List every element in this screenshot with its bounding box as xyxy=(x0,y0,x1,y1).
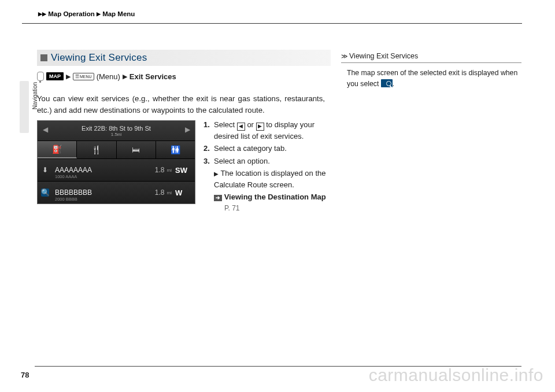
breadcrumb-b: Map Menu xyxy=(102,10,135,17)
sidebar-note: ≫Viewing Exit Services The map screen of… xyxy=(341,52,521,90)
page-number: 78 xyxy=(21,371,29,379)
poi-address: 1000 AAAA xyxy=(55,174,77,179)
xref-icon: ➔ xyxy=(214,195,222,201)
fuel-icon: ⛽ xyxy=(52,145,62,154)
chevron-right-icon: ▶ xyxy=(38,11,42,17)
unit-label: mi xyxy=(167,168,172,173)
fast-forward-icon: ≫ xyxy=(341,53,348,60)
square-bullet-icon xyxy=(40,54,47,61)
heading-text: Viewing Exit Services xyxy=(51,52,147,64)
down-arrow-icon: ⬇ xyxy=(41,166,49,174)
ui-screenshot: ◀ Exit 22B: 8th St to 9th St 1.5mi ▶ ⛽ 🍴… xyxy=(37,120,195,204)
poi-distance: 1.8 xyxy=(155,188,165,197)
xref: ➔ Viewing the Destination Map xyxy=(214,191,330,203)
unit-label: mi xyxy=(167,190,172,195)
bed-icon: 🛏 xyxy=(132,145,140,154)
step-text: Select a category tab. xyxy=(214,143,287,154)
watermark: carmanualsonline.info xyxy=(369,365,543,385)
step-text: Select an option. xyxy=(214,156,270,167)
left-arrow-icon: ◀ xyxy=(237,123,245,131)
map-button-icon: MAP xyxy=(46,72,64,80)
poi-distance: 1.8 xyxy=(155,166,165,174)
chevron-right-icon: ▶ xyxy=(123,73,127,80)
right-arrow-icon: ▶ xyxy=(256,123,264,131)
body-paragraph: You can view exit services (e.g., whethe… xyxy=(37,93,325,117)
screenshot-header: ◀ Exit 22B: 8th St to 9th St 1.5mi ▶ xyxy=(38,121,195,140)
poi-direction: W xyxy=(175,188,190,197)
poi-direction: SW xyxy=(175,166,190,175)
step-sub: ▶ The location is displayed on the Calcu… xyxy=(214,168,330,190)
section-heading: Viewing Exit Services xyxy=(37,50,331,66)
sidebar-heading: ≫Viewing Exit Services xyxy=(341,52,521,63)
xref-title: Viewing the Destination Map xyxy=(224,193,326,201)
list-item: 🔍 BBBBBBBB 2000 BBBB 1.8mi W xyxy=(38,182,195,204)
tab-rest: 🚻 xyxy=(156,141,195,158)
instruction-list: 1. Select ◀ or ▶ to display your desired… xyxy=(204,119,330,213)
chevron-right-icon: ▶ xyxy=(42,11,46,17)
next-arrow-icon: ▶ xyxy=(183,125,191,134)
chevron-right-icon: ▶ xyxy=(214,171,219,177)
exit-title: Exit 22B: 8th St to 9th St xyxy=(82,125,151,132)
restroom-icon: 🚻 xyxy=(171,145,180,154)
map-zoom-icon xyxy=(381,79,393,87)
step-text: Select ◀ or ▶ to display your desired li… xyxy=(214,119,330,142)
navigation-path: MAP ▶ ☰MENU (Menu) ▶ Exit Services xyxy=(37,72,176,81)
poi-name: BBBBBBBB xyxy=(55,188,155,197)
xref-page: P. 71 xyxy=(224,203,330,213)
poi-name: AAAAAAAA xyxy=(55,166,155,174)
chevron-right-icon: ▶ xyxy=(97,11,101,17)
tab-lodging: 🛏 xyxy=(117,141,156,158)
food-icon: 🍴 xyxy=(91,145,101,154)
step-number: 3. xyxy=(204,156,214,167)
path-dest: Exit Services xyxy=(130,72,176,81)
step-number: 2. xyxy=(204,143,214,154)
exit-dist: 1.5 xyxy=(111,132,117,137)
side-tab xyxy=(20,81,29,133)
prev-arrow-icon: ◀ xyxy=(41,125,49,134)
step-number: 1. xyxy=(204,119,214,142)
breadcrumb: ▶▶ Map Operation ▶ Map Menu xyxy=(38,10,135,17)
category-tabs: ⛽ 🍴 🛏 🚻 xyxy=(38,140,195,159)
divider xyxy=(22,23,522,24)
sidebar-text: The map screen of the selected exit is d… xyxy=(341,68,521,90)
breadcrumb-a: Map Operation xyxy=(48,10,95,17)
menu-button-icon: ☰MENU xyxy=(73,73,94,80)
map-zoom-icon: 🔍 xyxy=(41,188,49,197)
voice-icon xyxy=(37,72,44,81)
tab-fuel: ⛽ xyxy=(38,141,77,158)
list-item: ⬇ AAAAAAAA 1000 AAAA 1.8mi SW xyxy=(38,159,195,182)
tab-food: 🍴 xyxy=(77,141,116,158)
chevron-right-icon: ▶ xyxy=(66,73,71,80)
menu-paren: (Menu) xyxy=(97,72,120,81)
poi-address: 2000 BBBB xyxy=(55,197,77,202)
